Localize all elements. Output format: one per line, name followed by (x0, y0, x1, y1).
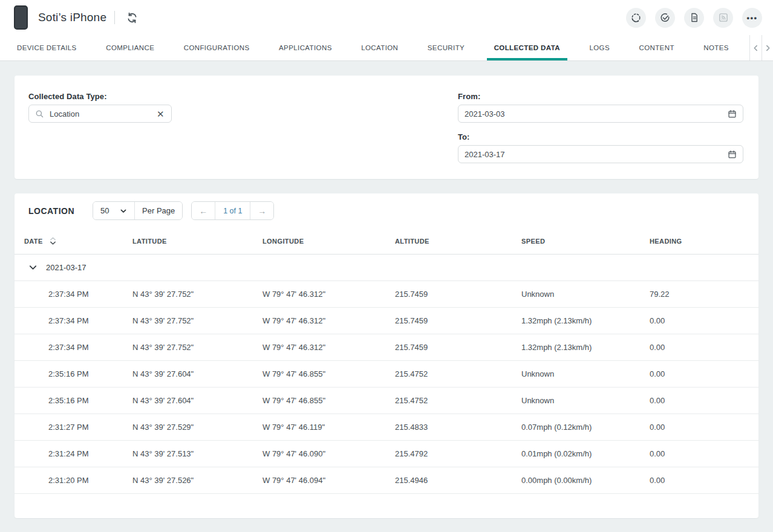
column-header-latitude[interactable]: LATITUDE (123, 238, 253, 245)
table-toolbar: LOCATION 50 Per Page ← 1 of 1 → (15, 193, 758, 228)
cell-longitude: W 79° 47' 46.855" (253, 369, 385, 378)
cell-longitude: W 79° 47' 46.312" (253, 290, 385, 299)
table-row[interactable]: 2:31:24 PM N 43° 39' 27.513" W 79° 47' 4… (15, 441, 758, 467)
cell-altitude: 215.7459 (385, 316, 512, 325)
collected-data-panel: Collected Data Type: ✕ From: 2021-03-03 (0, 61, 773, 532)
cell-longitude: W 79° 47' 46.855" (253, 396, 385, 405)
cell-latitude: N 43° 39' 27.752" (123, 290, 253, 299)
refresh-device-button[interactable] (123, 8, 141, 27)
date-group-row[interactable]: 2021-03-17 (15, 255, 758, 281)
arrow-right-icon: → (258, 206, 266, 216)
tab-logs[interactable]: LOGS (587, 35, 612, 60)
cell-latitude: N 43° 39' 27.752" (123, 343, 253, 352)
table-row[interactable]: 2:31:20 PM N 43° 39' 27.526" W 79° 47' 4… (15, 467, 758, 494)
to-date-value: 2021-03-17 (465, 150, 505, 159)
table-body: 2:37:34 PM N 43° 39' 27.752" W 79° 47' 4… (15, 281, 758, 494)
from-date-input[interactable]: 2021-03-03 (458, 105, 743, 123)
remote-view-button[interactable] (713, 8, 733, 28)
tab-configurations[interactable]: CONFIGURATIONS (181, 35, 252, 60)
cell-latitude: N 43° 39' 27.529" (123, 423, 253, 432)
column-header-heading[interactable]: HEADING (640, 238, 758, 245)
tab-scroll-nav (749, 35, 773, 60)
cell-speed: 0.07mph (0.12km/h) (512, 423, 640, 432)
pagination: ← 1 of 1 → (191, 201, 274, 220)
tab-security[interactable]: SECURITY (425, 35, 467, 60)
chevron-down-icon (28, 263, 38, 272)
check-circle-icon (659, 12, 671, 24)
ellipsis-icon: ••• (746, 14, 757, 22)
cell-longitude: W 79° 47' 46.119" (253, 423, 385, 432)
refresh-icon (126, 11, 139, 24)
to-label: To: (458, 132, 743, 141)
location-table-card: LOCATION 50 Per Page ← 1 of 1 → DATE (15, 193, 758, 518)
table-row[interactable]: 2:37:34 PM N 43° 39' 27.752" W 79° 47' 4… (15, 334, 758, 361)
tab-location[interactable]: LOCATION (359, 35, 400, 60)
cell-latitude: N 43° 39' 27.513" (123, 449, 253, 458)
tabs-scroll-right-button[interactable] (762, 35, 773, 60)
calendar-icon[interactable] (728, 109, 737, 118)
verify-button[interactable] (655, 8, 675, 28)
table-row[interactable]: 2:35:16 PM N 43° 39' 27.604" W 79° 47' 4… (15, 361, 758, 388)
device-phone-icon (14, 5, 28, 30)
page-indicator: 1 of 1 (215, 202, 250, 219)
column-header-longitude[interactable]: LONGITUDE (253, 238, 385, 245)
sort-icon[interactable] (49, 236, 57, 245)
table-title: LOCATION (28, 206, 74, 216)
cell-altitude: 215.7459 (385, 290, 512, 299)
cell-time: 2:37:34 PM (15, 290, 123, 299)
feed-icon (718, 12, 729, 23)
clear-filter-button[interactable]: ✕ (156, 109, 165, 118)
column-header-altitude[interactable]: ALTITUDE (385, 238, 512, 245)
tab-applications[interactable]: APPLICATIONS (276, 35, 334, 60)
tabs: DEVICE DETAILS COMPLIANCE CONFIGURATIONS… (0, 35, 749, 60)
cell-time: 2:31:20 PM (15, 476, 123, 485)
more-actions-button[interactable]: ••• (742, 8, 762, 28)
cell-speed: 1.32mph (2.13km/h) (512, 316, 640, 325)
from-date-value: 2021-03-03 (465, 109, 505, 118)
tab-compliance[interactable]: COMPLIANCE (103, 35, 157, 60)
next-page-button[interactable]: → (250, 202, 273, 219)
column-header-speed[interactable]: SPEED (512, 238, 640, 245)
tabs-scroll-left-button[interactable] (750, 35, 762, 60)
cell-heading: 0.00 (640, 449, 758, 458)
cell-heading: 0.00 (640, 476, 758, 485)
column-header-date[interactable]: DATE (15, 236, 123, 245)
data-type-search-input[interactable]: ✕ (28, 105, 172, 123)
tab-collected-data[interactable]: COLLECTED DATA (492, 35, 563, 60)
device-title: Soti’s iPhone (38, 11, 106, 24)
table-row[interactable]: 2:37:34 PM N 43° 39' 27.752" W 79° 47' 4… (15, 281, 758, 308)
report-button[interactable] (684, 8, 704, 28)
arrow-left-icon: ← (199, 206, 207, 216)
tab-content[interactable]: CONTENT (636, 35, 676, 60)
close-icon: ✕ (157, 109, 165, 119)
cell-latitude: N 43° 39' 27.604" (123, 396, 253, 405)
tab-notes[interactable]: NOTES (701, 35, 731, 60)
table-row[interactable]: 2:35:16 PM N 43° 39' 27.604" W 79° 47' 4… (15, 388, 758, 414)
per-page-select[interactable]: 50 (93, 202, 134, 219)
chevron-left-icon (752, 44, 760, 52)
tab-device-details[interactable]: DEVICE DETAILS (15, 35, 79, 60)
cell-speed: Unknown (512, 290, 640, 299)
cell-time: 2:37:34 PM (15, 316, 123, 325)
cell-time: 2:31:24 PM (15, 449, 123, 458)
collapse-group-button[interactable] (28, 263, 38, 272)
to-date-input[interactable]: 2021-03-17 (458, 145, 743, 163)
title-divider (114, 11, 115, 24)
cell-heading: 0.00 (640, 316, 758, 325)
tab-bar: DEVICE DETAILS COMPLIANCE CONFIGURATIONS… (0, 35, 773, 61)
cell-heading: 0.00 (640, 423, 758, 432)
per-page-control: 50 Per Page (93, 201, 183, 220)
table-header-row: DATE LATITUDE LONGITUDE ALTITUDE SPEED H… (15, 228, 758, 255)
per-page-label: Per Page (134, 202, 182, 219)
check-in-button[interactable] (626, 8, 646, 28)
data-type-value[interactable] (50, 109, 156, 118)
calendar-icon[interactable] (728, 150, 737, 159)
cell-heading: 0.00 (640, 369, 758, 378)
filter-card: Collected Data Type: ✕ From: 2021-03-03 (15, 76, 758, 179)
cell-heading: 79.22 (640, 290, 758, 299)
previous-page-button[interactable]: ← (192, 202, 215, 219)
table-row[interactable]: 2:31:27 PM N 43° 39' 27.529" W 79° 47' 4… (15, 414, 758, 441)
data-type-label: Collected Data Type: (28, 92, 172, 101)
cell-speed: 1.32mph (2.13km/h) (512, 343, 640, 352)
table-row[interactable]: 2:37:34 PM N 43° 39' 27.752" W 79° 47' 4… (15, 308, 758, 334)
